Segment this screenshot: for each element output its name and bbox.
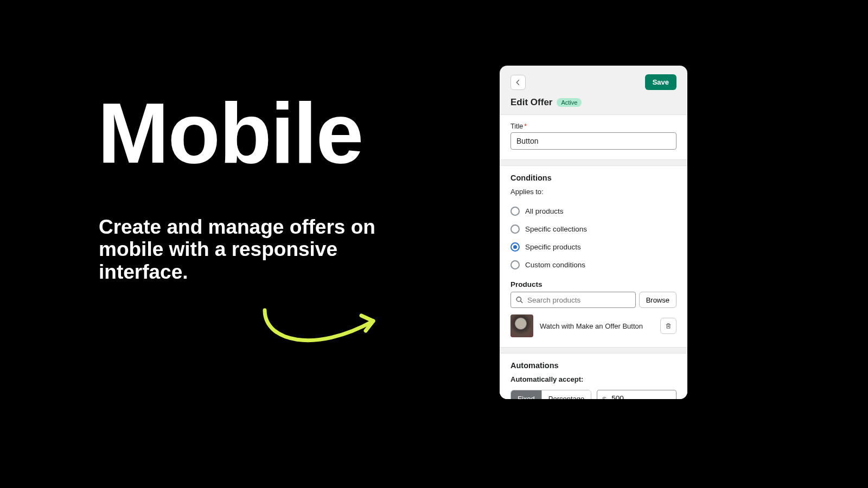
- products-heading: Products: [510, 280, 676, 288]
- currency-prefix: $: [602, 395, 607, 399]
- conditions-card: Conditions Applies to: All products Spec…: [500, 165, 687, 348]
- save-button[interactable]: Save: [645, 74, 676, 90]
- search-input[interactable]: [510, 292, 636, 308]
- back-button[interactable]: [510, 75, 526, 90]
- svg-line-1: [521, 301, 522, 303]
- segment-percentage[interactable]: Percentage: [541, 390, 591, 399]
- trash-icon: [665, 322, 672, 330]
- radio-label: Specific collections: [525, 225, 587, 233]
- status-badge: Active: [557, 98, 582, 107]
- hero-title: Mobile: [98, 90, 362, 176]
- mobile-mockup: Save Edit Offer Active Title* Conditions…: [500, 66, 687, 399]
- radio-label: Specific products: [525, 243, 581, 251]
- radio-specific-products[interactable]: Specific products: [510, 238, 676, 256]
- radio-label: Custom conditions: [525, 261, 585, 269]
- radio-icon: [510, 242, 520, 252]
- auto-accept-label: Automatically accept:: [510, 375, 676, 383]
- title-card: Title*: [500, 114, 687, 160]
- segment-fixed[interactable]: Fixed: [511, 390, 541, 399]
- product-thumbnail: [510, 314, 533, 337]
- title-input[interactable]: [510, 132, 676, 150]
- browse-button[interactable]: Browse: [639, 292, 676, 308]
- radio-specific-collections[interactable]: Specific collections: [510, 220, 676, 238]
- radio-icon: [510, 224, 520, 234]
- hero-subtitle: Create and manage offers on mobile with …: [99, 216, 403, 283]
- radio-all-products[interactable]: All products: [510, 202, 676, 220]
- amount-input[interactable]: [597, 390, 676, 399]
- radio-icon: [510, 207, 520, 216]
- conditions-heading: Conditions: [510, 174, 676, 182]
- page-title: Edit Offer: [510, 97, 552, 108]
- automations-card: Automations Automatically accept: Fixed …: [500, 353, 687, 399]
- automations-heading: Automations: [510, 361, 676, 370]
- radio-icon: [510, 260, 520, 269]
- required-star: *: [524, 123, 527, 130]
- radio-label: All products: [525, 207, 564, 215]
- arrow-left-icon: [514, 79, 522, 86]
- product-name: Watch with Make an Offer Button: [540, 322, 654, 330]
- discount-type-segment: Fixed Percentage: [510, 390, 591, 399]
- applies-to-label: Applies to:: [510, 188, 676, 196]
- arrow-icon: [255, 304, 391, 363]
- radio-custom-conditions[interactable]: Custom conditions: [510, 256, 676, 274]
- delete-product-button[interactable]: [660, 318, 676, 334]
- product-row: Watch with Make an Offer Button: [510, 314, 676, 337]
- search-icon: [515, 296, 524, 304]
- title-label: Title*: [510, 123, 676, 130]
